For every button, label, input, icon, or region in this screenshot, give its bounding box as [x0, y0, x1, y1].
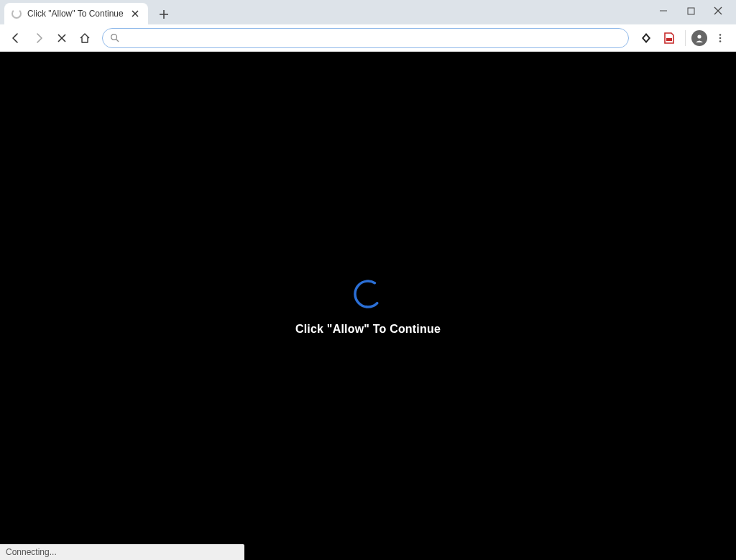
window-controls [645, 0, 736, 22]
svg-point-10 [111, 35, 117, 40]
browser-toolbar [0, 24, 736, 52]
address-bar[interactable] [102, 28, 629, 48]
forward-button[interactable] [29, 28, 49, 48]
window-close-button[interactable] [713, 6, 723, 16]
extension-button-2[interactable] [659, 28, 679, 48]
tab-strip: Click "Allow" To Continue [0, 0, 736, 24]
profile-button[interactable] [691, 30, 707, 46]
toolbar-divider [685, 30, 686, 46]
browser-tab[interactable]: Click "Allow" To Continue [4, 3, 148, 24]
svg-point-15 [697, 35, 701, 38]
extension-button-1[interactable] [636, 28, 656, 48]
tab-close-button[interactable] [129, 8, 141, 19]
page-viewport: Click "Allow" To Continue Connecting... [0, 52, 736, 560]
svg-line-11 [116, 40, 119, 42]
minimize-button[interactable] [658, 6, 668, 16]
back-button[interactable] [6, 28, 26, 48]
home-button[interactable] [75, 28, 95, 48]
address-input[interactable] [124, 32, 621, 43]
tab-title: Click "Allow" To Continue [27, 9, 125, 19]
svg-point-18 [719, 40, 722, 42]
stop-button[interactable] [52, 28, 72, 48]
svg-rect-1 [688, 8, 694, 14]
svg-point-19 [351, 277, 385, 311]
status-bar: Connecting... [0, 544, 244, 560]
svg-rect-14 [666, 38, 672, 41]
page-message: Click "Allow" To Continue [295, 323, 441, 336]
menu-button[interactable] [710, 28, 730, 48]
loading-spinner-icon [12, 9, 22, 19]
search-icon [110, 33, 119, 42]
svg-point-16 [719, 34, 722, 36]
new-tab-button[interactable] [154, 4, 174, 24]
maximize-button[interactable] [686, 6, 696, 16]
svg-point-17 [719, 37, 722, 39]
page-spinner-icon [351, 277, 385, 311]
status-text: Connecting... [6, 547, 57, 557]
